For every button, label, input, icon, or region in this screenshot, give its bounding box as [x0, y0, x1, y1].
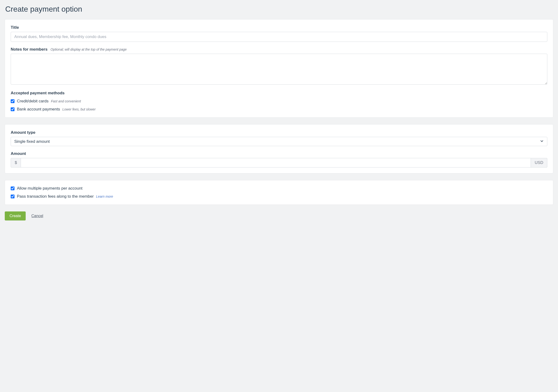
multiple-checkbox[interactable]	[11, 186, 15, 190]
amount-type-select[interactable]: Single fixed amount	[11, 137, 547, 146]
bank-checkbox-row: Bank account payments Lower fees, but sl…	[11, 107, 547, 112]
page-title: Create payment option	[5, 5, 553, 14]
notes-field-group: Notes for members Optional; will display…	[11, 47, 547, 86]
card-checkbox-label: Credit/debit cards	[17, 99, 48, 104]
notes-hint: Optional; will display at the top of the…	[50, 48, 127, 51]
details-card: Title Notes for members Optional; will d…	[5, 19, 553, 118]
create-button[interactable]: Create	[5, 211, 26, 220]
card-checkbox[interactable]	[11, 99, 15, 103]
card-checkbox-row: Credit/debit cards Fast and convenient	[11, 99, 547, 104]
amount-input-group: $ USD	[11, 158, 547, 167]
amount-type-label: Amount type	[11, 130, 35, 135]
pass-fees-checkbox-row: Pass transaction fees along to the membe…	[11, 194, 547, 199]
payment-methods-group: Accepted payment methods Credit/debit ca…	[11, 91, 547, 112]
bank-checkbox-label: Bank account payments	[17, 107, 60, 112]
pass-fees-checkbox[interactable]	[11, 195, 15, 198]
pass-fees-checkbox-label: Pass transaction fees along to the membe…	[17, 194, 94, 199]
amount-type-select-wrapper: Single fixed amount	[11, 137, 547, 146]
amount-label: Amount	[11, 151, 26, 156]
amount-prefix: $	[11, 158, 21, 167]
bank-checkbox-note: Lower fees, but slower	[62, 107, 96, 111]
options-card: Allow multiple payments per account Pass…	[5, 180, 553, 205]
bank-checkbox[interactable]	[11, 107, 15, 111]
learn-more-link[interactable]: Learn more	[96, 195, 113, 198]
notes-label: Notes for members	[11, 47, 48, 52]
cancel-button[interactable]: Cancel	[31, 214, 43, 218]
amount-group: Amount $ USD	[11, 151, 547, 167]
title-field-group: Title	[11, 25, 547, 42]
amount-suffix: USD	[531, 158, 547, 167]
card-checkbox-note: Fast and convenient	[51, 99, 81, 103]
multiple-checkbox-label: Allow multiple payments per account	[17, 186, 82, 191]
payment-methods-header: Accepted payment methods	[11, 91, 547, 96]
amount-input[interactable]	[21, 158, 531, 167]
title-label: Title	[11, 25, 19, 30]
multiple-checkbox-row: Allow multiple payments per account	[11, 186, 547, 191]
notes-textarea[interactable]	[11, 54, 547, 85]
title-input[interactable]	[11, 32, 547, 42]
amount-card: Amount type Single fixed amount Amount $…	[5, 124, 553, 174]
action-bar: Create Cancel	[5, 211, 553, 220]
amount-type-group: Amount type Single fixed amount	[11, 130, 547, 146]
